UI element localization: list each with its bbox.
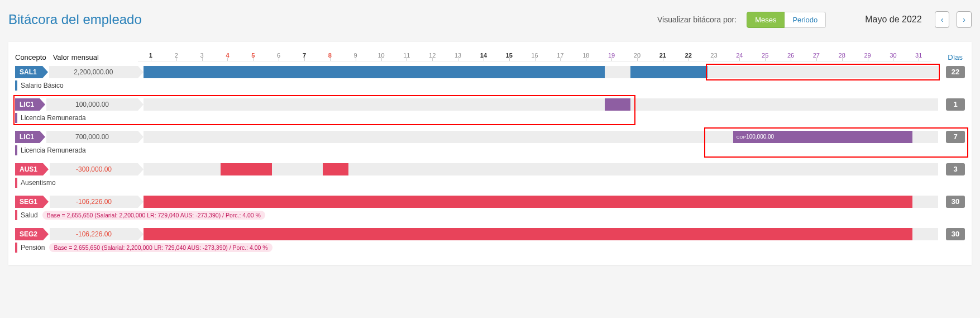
days-count-badge: 3 [946, 163, 965, 175]
timeline-bar[interactable] [144, 196, 912, 208]
day-cell: 26 [778, 52, 804, 61]
day-cell: 4 [215, 52, 241, 61]
concept-value: -300,000.00 [50, 163, 138, 175]
concept-left: LIC1700,000.00 [15, 131, 138, 143]
timeline-bar[interactable] [221, 163, 272, 175]
concept-left: LIC1100,000.00 [15, 98, 138, 111]
day-cell: 25 [752, 52, 778, 61]
concept-value: -106,226.00 [50, 228, 138, 240]
concept-sublabel: Ausentismo [21, 179, 56, 187]
concept-row: AUS1-300,000.003 [15, 163, 965, 175]
timeline-track [144, 98, 938, 111]
view-toggle: Meses Periodo [747, 12, 826, 28]
concept-sub: SaludBase = 2,655,650 (Salarial: 2,200,0… [15, 210, 265, 220]
concept-code-tag[interactable]: LIC1 [15, 131, 40, 143]
concept-sub: Salario Básico [15, 80, 64, 91]
header-controls: Visualizar bitácora por: Meses Periodo M… [657, 11, 972, 28]
visualize-label: Visualizar bitácora por: [657, 15, 737, 24]
day-cell: 7 [291, 52, 317, 61]
days-header: 1234567891011121314151617181920212223242… [138, 52, 931, 61]
side-bar [15, 113, 17, 123]
day-cell: 27 [804, 52, 829, 61]
concept-code-tag[interactable]: SAL1 [15, 66, 42, 78]
day-cell: 10 [369, 52, 394, 61]
timeline-bar[interactable] [323, 163, 348, 175]
day-cell: 13 [445, 52, 471, 61]
next-month-button[interactable]: › [957, 11, 972, 28]
day-cell: 1 [138, 52, 164, 61]
concept-sublabel: Licencia Remunerada [21, 146, 86, 154]
days-count-badge: 30 [946, 228, 965, 240]
side-bar [15, 178, 17, 188]
base-pill: Base = 2,655,650 (Salarial: 2,200,000 LR… [42, 211, 265, 220]
concept-row: SEG2-106,226.0030 [15, 228, 965, 240]
timeline-track [144, 228, 938, 240]
current-month: Mayo de 2022 [865, 15, 921, 25]
day-cell: 18 [573, 52, 599, 61]
day-cell: 17 [548, 52, 573, 61]
day-cell: 8 [317, 52, 343, 61]
days-count-badge: 30 [946, 196, 965, 208]
concept-sub: PensiónBase = 2,655,650 (Salarial: 2,200… [15, 243, 273, 253]
timeline-bar[interactable] [144, 228, 912, 240]
day-cell: 16 [522, 52, 548, 61]
concept-sub: Ausentismo [15, 178, 56, 188]
concept-row: LIC1100,000.001 [15, 98, 965, 111]
concept-sub: Licencia Remunerada [15, 145, 86, 155]
btn-meses[interactable]: Meses [747, 12, 785, 28]
concept-code-tag[interactable]: SEG2 [15, 228, 43, 240]
concept-left: SAL12,200,000.00 [15, 66, 138, 78]
day-cell: 9 [343, 52, 369, 61]
col-concepto: Concepto [15, 53, 46, 61]
concept-sublabel: Salud [21, 211, 38, 219]
concept-left: AUS1-300,000.00 [15, 163, 138, 175]
day-cell: 24 [726, 52, 752, 61]
day-cell: 29 [855, 52, 881, 61]
concept-sublabel: Licencia Remunerada [21, 114, 86, 122]
log-card: Concepto Valor mensual 12345678910111213… [8, 42, 972, 265]
day-cell: 20 [624, 52, 650, 61]
day-cell: 14 [471, 52, 496, 61]
base-pill: Base = 2,655,650 (Salarial: 2,200,000 LR… [49, 243, 272, 252]
days-count-badge: 7 [946, 131, 965, 143]
concept-value: 100,000.00 [46, 98, 138, 111]
concept-code-tag[interactable]: LIC1 [15, 98, 40, 111]
timeline-track [144, 196, 938, 208]
timeline-bar[interactable]: COP100,000.00 [733, 131, 912, 143]
day-cell: 3 [189, 52, 215, 61]
timeline-bar[interactable] [144, 66, 605, 78]
days-count-badge: 22 [946, 66, 965, 78]
btn-periodo[interactable]: Periodo [785, 12, 826, 28]
concept-left: SEG2-106,226.00 [15, 228, 138, 240]
concept-sublabel: Salario Básico [21, 82, 64, 89]
concept-code-tag[interactable]: SEG1 [15, 196, 43, 208]
day-cell: 15 [496, 52, 522, 61]
day-cell: 12 [419, 52, 445, 61]
days-count-badge: 1 [946, 98, 965, 111]
day-cell: 6 [266, 52, 291, 61]
concept-row: LIC1700,000.00COP100,000.007 [15, 131, 965, 143]
day-cell: 5 [240, 52, 266, 61]
day-cell: 11 [394, 52, 419, 61]
day-cell: 19 [599, 52, 624, 61]
timeline-bar[interactable] [605, 98, 630, 111]
side-bar [15, 80, 17, 91]
concept-row: SAL12,200,000.0022 [15, 66, 965, 78]
prev-month-button[interactable]: ‹ [935, 11, 950, 28]
day-cell: 30 [880, 52, 906, 61]
side-bar [15, 210, 17, 220]
side-bar [15, 145, 17, 155]
concept-left: SEG1-106,226.00 [15, 196, 138, 208]
timeline-track [144, 163, 938, 175]
col-dias: Días [931, 53, 965, 61]
timeline-track: COP100,000.00 [144, 131, 938, 143]
concept-code-tag[interactable]: AUS1 [15, 163, 43, 175]
day-cell: 2 [164, 52, 189, 61]
concept-value: -106,226.00 [50, 196, 138, 208]
header-left: Concepto Valor mensual [15, 53, 138, 61]
timeline-header-row: Concepto Valor mensual 12345678910111213… [15, 52, 965, 61]
col-valor: Valor mensual [53, 53, 99, 61]
concept-sublabel: Pensión [21, 244, 45, 251]
concept-rows: SAL12,200,000.0022Salario BásicoLIC1100,… [15, 66, 965, 253]
timeline-bar[interactable] [630, 66, 707, 78]
